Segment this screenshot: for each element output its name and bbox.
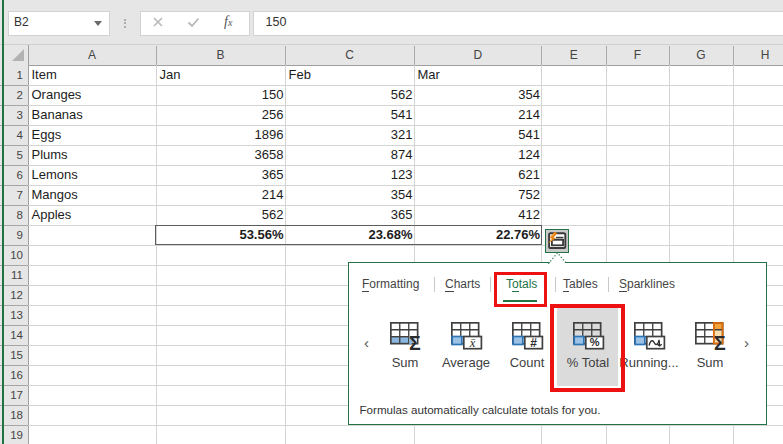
svg-text:x̄: x̄ xyxy=(468,335,475,349)
svg-text:#: # xyxy=(530,335,537,349)
svg-text:Σ: Σ xyxy=(409,332,421,352)
svg-text:Σ: Σ xyxy=(714,332,726,352)
